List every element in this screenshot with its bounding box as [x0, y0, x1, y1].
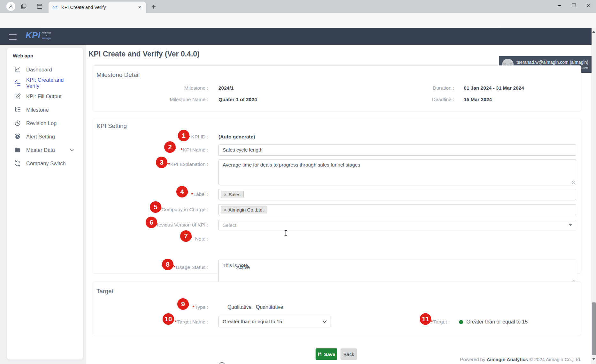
- close-icon: [587, 4, 591, 7]
- kpi-name-label: *KPI Name :: [112, 147, 208, 153]
- annotation-badge-9: 9: [177, 298, 189, 310]
- user-email: teeranad.w@aimagin.com (aimagin): [514, 59, 588, 65]
- folder-icon: [14, 146, 21, 153]
- milestone-name-value: Quater 1 of 2024: [218, 97, 257, 102]
- milestone-name-label: Milestone Name :: [112, 97, 208, 102]
- profile-icon: [8, 4, 14, 9]
- kpi-id-value: (Auto generate): [218, 134, 255, 140]
- label-chip: ×Sales: [221, 191, 244, 198]
- browser-toolbar: https://kpi.aimagin.com/?_appId=app_1702…: [0, 13, 596, 28]
- window-minimize-button[interactable]: [552, 0, 567, 11]
- browser-tab-strip: KPI KPI Create and Verify ×: [0, 0, 596, 13]
- tab-title: KPI Create and Verify: [61, 5, 136, 10]
- scroll-down-arrow[interactable]: [592, 358, 595, 360]
- sidebar-item-kpi-fill-output[interactable]: KPI: Fill Output: [11, 91, 76, 102]
- window-close-button[interactable]: [581, 0, 596, 11]
- sidebar-item-kpi-create-and-verify[interactable]: KPI: Create and Verify: [11, 78, 76, 88]
- mouse-text-cursor: [284, 230, 287, 236]
- browser-profile-button[interactable]: [6, 2, 15, 11]
- back-button-form[interactable]: Back: [340, 348, 357, 360]
- history-icon: [14, 120, 21, 127]
- sidebar-item-company-switch[interactable]: Company Switch: [11, 158, 76, 169]
- sidebar-item-milestone[interactable]: Milestone: [11, 104, 76, 115]
- deadline-value: 15 Mar 2024: [464, 97, 492, 102]
- sidebar-item-master-data[interactable]: Master Data: [11, 145, 76, 155]
- annotation-badge-8: 8: [162, 259, 173, 270]
- annotation-badge-3: 3: [156, 157, 167, 168]
- sidebar-item-dashboard[interactable]: Dashboard: [11, 64, 76, 75]
- milestone-value: 2024/1: [218, 85, 233, 91]
- plus-icon: [151, 4, 156, 9]
- save-button[interactable]: Save: [316, 348, 337, 360]
- list-tree-icon: [14, 106, 21, 113]
- annotation-badge-5: 5: [150, 201, 161, 213]
- annotation-badge-10: 10: [163, 313, 174, 325]
- note-textarea[interactable]: This is note.: [218, 260, 576, 285]
- new-tab-button[interactable]: [149, 3, 158, 10]
- company-chip: ×Aimagin Co.,Ltd.: [221, 206, 267, 213]
- company-tag-input[interactable]: ×Aimagin Co.,Ltd.: [218, 204, 576, 215]
- tab-actions-button[interactable]: [36, 3, 43, 10]
- footer-text: Powered by Aimagin Analytics © 2024 Aima…: [460, 357, 581, 362]
- target-name-select[interactable]: Greater than or equal to 15: [218, 316, 331, 327]
- sidebar-item-revision-log[interactable]: Revision Log: [11, 118, 76, 129]
- chart-line-icon: [14, 66, 21, 73]
- annotation-badge-2: 2: [164, 141, 176, 153]
- app-header: KPI Analytics x Aimagin 32 x 32 teeranad…: [0, 28, 596, 45]
- chip-remove-icon[interactable]: ×: [224, 192, 226, 197]
- duration-value: 01 Jan 2024 - 31 Mar 2024: [464, 85, 524, 91]
- type-label: *Type :: [112, 304, 208, 310]
- target-name-label: *Target Name :: [112, 319, 208, 325]
- milestone-label: Milestone :: [112, 85, 208, 91]
- tab-close-button[interactable]: ×: [136, 4, 143, 11]
- page-title: KPI Create and Verify (Ver 0.4.0): [88, 50, 200, 58]
- active-tab[interactable]: KPI KPI Create and Verify ×: [49, 2, 146, 13]
- chip-remove-icon[interactable]: ×: [224, 207, 226, 212]
- sidebar-section-label: Web app: [13, 53, 33, 59]
- annotation-badge-7: 7: [180, 230, 192, 242]
- tab-favicon: KPI: [52, 5, 58, 9]
- target-label: *Target :: [354, 319, 450, 325]
- usage-status-value: Active: [236, 264, 250, 270]
- sidebar-item-alert-setting[interactable]: Alert Setting: [11, 131, 76, 142]
- kpi-name-input[interactable]: [218, 144, 576, 156]
- target-status-dot: [459, 320, 463, 324]
- deadline-label: Deadline :: [358, 97, 454, 102]
- workspaces-button[interactable]: [20, 3, 27, 10]
- target-section-title: Target: [96, 288, 113, 295]
- duration-label: Duration :: [358, 85, 454, 91]
- annotation-badge-1: 1: [178, 130, 189, 141]
- usage-status-label: *Usage Status :: [112, 264, 208, 270]
- label-tag-input[interactable]: ×Sales: [218, 189, 576, 200]
- annotation-badge-4: 4: [176, 186, 188, 197]
- alarm-clock-icon: [14, 133, 21, 140]
- chevron-down-icon: [569, 224, 572, 226]
- chevron-down-icon: [323, 320, 327, 323]
- chevron-down-icon: [70, 148, 74, 152]
- sync-icon: [14, 160, 21, 167]
- list-check-icon: [14, 79, 21, 86]
- annotation-badge-6: 6: [146, 217, 157, 228]
- scroll-up-arrow[interactable]: [592, 31, 595, 33]
- radio-qualitative-label: Qualitative: [227, 304, 252, 310]
- logo-subtext: Analytics x Aimagin: [42, 32, 51, 40]
- milestone-section-title: Milestone Detail: [96, 71, 140, 78]
- menu-toggle-button[interactable]: [9, 33, 17, 41]
- window-maximize-button[interactable]: [567, 0, 581, 11]
- tab-actions-icon: [36, 3, 43, 10]
- annotation-badge-11: 11: [420, 313, 431, 325]
- radio-qualitative[interactable]: [219, 362, 225, 364]
- kpi-id-label: KPI ID :: [112, 134, 208, 140]
- kpi-setting-section-title: KPI Setting: [96, 123, 127, 130]
- kpi-explanation-textarea[interactable]: Average time for deals to progress throu…: [218, 159, 576, 185]
- logo-text: KPI: [26, 31, 41, 40]
- target-value: Greater than or equal to 15: [466, 319, 528, 325]
- previous-version-select[interactable]: Select: [218, 220, 576, 230]
- scrollbar-thumb[interactable]: [592, 302, 596, 355]
- radio-quantitative-label: Quantitative: [256, 304, 283, 310]
- footer-brand: Aimagin Analytics: [487, 357, 528, 362]
- app-logo: KPI Analytics x Aimagin: [26, 31, 51, 40]
- edit-icon: [14, 93, 21, 100]
- workspaces-icon: [20, 3, 27, 10]
- save-icon: [317, 352, 322, 356]
